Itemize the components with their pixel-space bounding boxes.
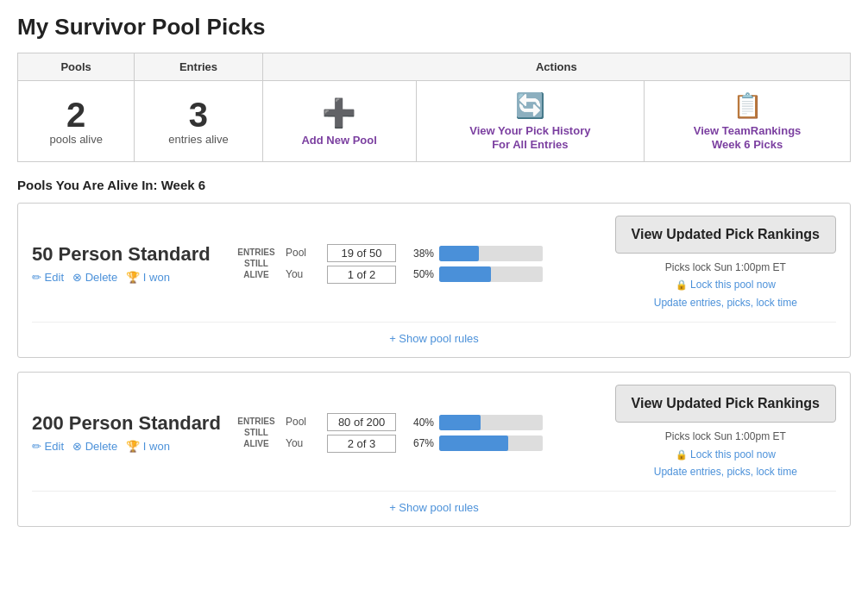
- edit-link[interactable]: ✏ Edit: [32, 440, 64, 453]
- pool-pct-label: 40%: [410, 417, 434, 429]
- update-entries-link[interactable]: Update entries, picks, lock time: [654, 466, 797, 478]
- update-entries-link[interactable]: Update entries, picks, lock time: [654, 297, 797, 309]
- show-rules-row: + Show pool rules: [32, 322, 836, 345]
- rankings-section: View Updated Pick Rankings Picks lock Su…: [615, 216, 836, 311]
- edit-link[interactable]: ✏ Edit: [32, 271, 64, 284]
- section-heading: Pools You Are Alive In: Week 6: [17, 178, 851, 192]
- add-pool-icon: ➕: [272, 97, 407, 129]
- show-rules-link[interactable]: + Show pool rules: [389, 501, 479, 514]
- summary-table: Pools Entries Actions 2 pools alive 3 en…: [17, 53, 851, 162]
- pool-progress-bar-fill: [439, 415, 481, 430]
- col-pools: Pools: [18, 53, 135, 81]
- you-pct-label: 67%: [410, 437, 434, 449]
- pick-history-icon: 🔄: [425, 91, 636, 120]
- rankings-info: Picks lock Sun 1:00pm ET 🔒 Lock this poo…: [615, 259, 836, 311]
- pool-row-label: Pool: [286, 416, 320, 428]
- entries-count-cell: 3 entries alive: [135, 81, 262, 162]
- pick-history-link[interactable]: View Your Pick History For All Entries: [469, 124, 590, 151]
- lock-icon: 🔒: [676, 279, 688, 290]
- action-add-pool-cell[interactable]: ➕ Add New Pool: [262, 81, 416, 162]
- you-progress-bar-bg: [439, 435, 543, 451]
- col-entries: Entries: [135, 53, 262, 81]
- pool-name-section: 200 Person Standard ✏ Edit ⊗ Delete 🏆 I …: [32, 412, 222, 453]
- delete-link[interactable]: ⊗ Delete: [72, 440, 117, 453]
- action-teamrankings-cell[interactable]: 📋 View TeamRankings Week 6 Picks: [645, 81, 851, 162]
- pool-name-section: 50 Person Standard ✏ Edit ⊗ Delete 🏆 I w…: [32, 243, 222, 284]
- show-rules-row: + Show pool rules: [32, 491, 836, 514]
- entries-section: ENTRIESSTILLALIVE Pool 80 of 200 You 2 o…: [236, 413, 396, 453]
- lock-icon: 🔒: [676, 449, 688, 460]
- pool-progress-bar-fill: [439, 246, 479, 261]
- teamrankings-link[interactable]: View TeamRankings Week 6 Picks: [694, 124, 802, 151]
- you-progress-bar-fill: [439, 266, 491, 282]
- pool-row-label: Pool: [286, 247, 320, 259]
- lock-pool-link[interactable]: Lock this pool now: [690, 448, 776, 461]
- pool-card-2: 200 Person Standard ✏ Edit ⊗ Delete 🏆 I …: [17, 372, 851, 527]
- add-pool-link[interactable]: Add New Pool: [301, 134, 376, 147]
- col-actions: Actions: [262, 53, 850, 81]
- pool-actions: ✏ Edit ⊗ Delete 🏆 I won: [32, 271, 222, 284]
- entries-still-alive-label: ENTRIESSTILLALIVE: [236, 416, 277, 449]
- you-row-label: You: [286, 437, 320, 449]
- entries-label: entries alive: [168, 133, 228, 146]
- progress-section: 38% 50%: [410, 246, 543, 282]
- pools-count: 2: [27, 97, 125, 132]
- pools-label: pools alive: [49, 133, 102, 146]
- entries-section: ENTRIESSTILLALIVE Pool 19 of 50 You 1 of…: [236, 244, 396, 284]
- pool-actions: ✏ Edit ⊗ Delete 🏆 I won: [32, 440, 222, 453]
- rankings-info: Picks lock Sun 1:00pm ET 🔒 Lock this poo…: [615, 428, 836, 480]
- entries-still-alive-label: ENTRIESSTILLALIVE: [236, 247, 277, 280]
- progress-section: 40% 67%: [410, 415, 543, 451]
- won-link[interactable]: 🏆 I won: [126, 440, 170, 453]
- rankings-section: View Updated Pick Rankings Picks lock Su…: [615, 385, 836, 480]
- rankings-button[interactable]: View Updated Pick Rankings: [615, 216, 836, 254]
- entries-grid: Pool 80 of 200 You 2 of 3: [286, 413, 396, 453]
- delete-link[interactable]: ⊗ Delete: [72, 271, 117, 284]
- you-row-label: You: [286, 268, 320, 280]
- you-row-value: 2 of 3: [327, 435, 396, 453]
- rankings-button[interactable]: View Updated Pick Rankings: [615, 385, 836, 423]
- pools-count-cell: 2 pools alive: [18, 81, 135, 162]
- pool-title: 200 Person Standard: [32, 412, 222, 435]
- action-pick-history-cell[interactable]: 🔄 View Your Pick History For All Entries: [416, 81, 645, 162]
- pool-pct-label: 38%: [410, 248, 434, 260]
- pool-card-1: 50 Person Standard ✏ Edit ⊗ Delete 🏆 I w…: [17, 203, 851, 358]
- you-row-value: 1 of 2: [327, 266, 396, 284]
- teamrankings-icon: 📋: [653, 91, 841, 120]
- you-pct-label: 50%: [410, 268, 434, 280]
- pool-row-value: 80 of 200: [327, 413, 396, 431]
- entries-grid: Pool 19 of 50 You 1 of 2: [286, 244, 396, 284]
- show-rules-link[interactable]: + Show pool rules: [389, 332, 479, 345]
- pool-title: 50 Person Standard: [32, 243, 222, 266]
- pool-progress-bar-bg: [439, 246, 543, 261]
- picks-lock-text: Picks lock Sun 1:00pm ET: [665, 430, 786, 442]
- lock-pool-link[interactable]: Lock this pool now: [690, 279, 776, 291]
- picks-lock-text: Picks lock Sun 1:00pm ET: [665, 261, 786, 273]
- page-title: My Survivor Pool Picks: [17, 14, 851, 41]
- you-progress-bar-fill: [439, 435, 508, 451]
- pool-cards-container: 50 Person Standard ✏ Edit ⊗ Delete 🏆 I w…: [17, 203, 851, 527]
- pool-row-value: 19 of 50: [327, 244, 396, 262]
- pool-progress-bar-bg: [439, 415, 543, 430]
- won-link[interactable]: 🏆 I won: [126, 271, 170, 284]
- entries-count: 3: [143, 97, 253, 132]
- you-progress-bar-bg: [439, 266, 543, 282]
